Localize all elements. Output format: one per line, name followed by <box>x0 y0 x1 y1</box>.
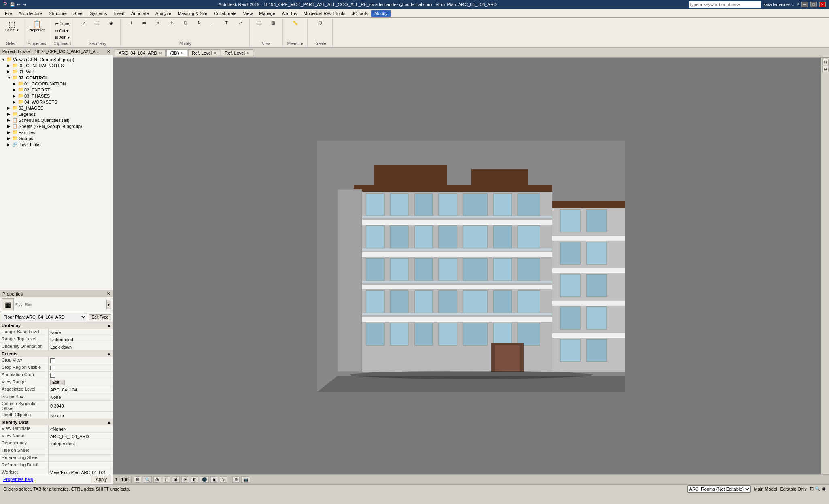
view-btn2[interactable]: ▥ <box>267 19 280 40</box>
tree-item-families[interactable]: ▶ 📁 Families <box>6 129 112 135</box>
tree-item-03phases[interactable]: ▶ 📁 03_PHASES <box>12 93 112 99</box>
tree-item-01wip[interactable]: ▶ 📁 01_WIP <box>6 68 112 74</box>
vc-section-box-btn[interactable]: ⊕ <box>232 476 240 483</box>
offset-btn[interactable]: ⇉ <box>138 19 151 40</box>
tab-close-3d[interactable]: ✕ <box>181 51 184 55</box>
menu-item-manage[interactable]: Manage <box>256 10 278 17</box>
create-btn[interactable]: ⬡ <box>314 19 327 40</box>
canvas-area[interactable]: ⊞ ⊟ <box>113 58 829 474</box>
menu-item-modelical[interactable]: Modelical Revit Tools <box>300 10 349 17</box>
measure-btn[interactable]: 📏 <box>289 19 302 40</box>
menu-item-insert[interactable]: Insert <box>110 10 128 17</box>
rotate-btn[interactable]: ↻ <box>193 19 206 40</box>
geometry-btn3[interactable]: ◉ <box>105 19 118 40</box>
tree-item-03images[interactable]: ▶ 📁 03_IMAGES <box>6 105 112 111</box>
crop-view-checkbox[interactable] <box>50 358 55 363</box>
tab-ref-level-2[interactable]: Ref. Level ✕ <box>221 49 253 56</box>
vc-crop-btn[interactable]: ▣ <box>210 476 218 483</box>
maximize-button[interactable]: □ <box>810 2 817 7</box>
tree-item-revitlinks[interactable]: ▶ 🔗 Revit Links <box>6 141 112 147</box>
join-button[interactable]: ⊞ Join ▾ <box>53 34 71 40</box>
select-button[interactable]: ⬚ Select ▾ <box>3 19 21 40</box>
menu-item-modify[interactable]: Modify <box>371 10 391 17</box>
copy-btn[interactable]: ⎘ <box>179 19 192 40</box>
properties-help-link[interactable]: Properties help <box>2 475 35 483</box>
menu-item-addins[interactable]: Add-Ins <box>278 10 300 17</box>
minimize-button[interactable]: — <box>801 2 808 7</box>
prop-value-view-range[interactable]: Edit... <box>49 379 113 386</box>
tab-arc04[interactable]: ARC_04_L04_ARD ✕ <box>115 49 166 56</box>
prop-value-annotation-crop[interactable] <box>49 372 113 379</box>
floor-plan-select[interactable]: Floor Plan: ARC_04_L04_ARD <box>2 313 87 321</box>
view-btn1[interactable]: ⬚ <box>253 19 266 40</box>
tree-item-02export[interactable]: ▶ 📁 02_EXPORT <box>12 87 112 93</box>
rt-collapse-btn[interactable]: ⊟ <box>822 66 829 72</box>
annotation-crop-checkbox[interactable] <box>50 373 55 378</box>
view-control-select[interactable]: ARC_Rooms (Not Editable) <box>687 485 751 493</box>
geometry-btn1[interactable]: ⊿ <box>77 19 90 40</box>
rt-expand-btn[interactable]: ⊞ <box>822 59 829 65</box>
prop-value-crop-view[interactable] <box>49 357 113 364</box>
menu-item-jotools[interactable]: JOTools <box>349 10 371 17</box>
qa-btn[interactable]: 💾 <box>9 2 15 7</box>
tree-item-04worksets[interactable]: ▶ 📁 04_WORKSETS <box>12 99 112 105</box>
tab-close-ref2[interactable]: ✕ <box>247 51 250 55</box>
view-range-edit-btn[interactable]: Edit... <box>50 380 65 385</box>
pb-close-btn[interactable]: ✕ <box>107 49 111 54</box>
move-btn[interactable]: ✛ <box>165 19 178 40</box>
tree-item-groups[interactable]: ▶ 📁 Groups <box>6 135 112 141</box>
prop-type-dropdown[interactable]: ▾ <box>106 300 111 309</box>
trim-btn[interactable]: ⌐ <box>206 19 219 40</box>
tab-close-arc04[interactable]: ✕ <box>159 51 162 55</box>
prop-value-crop-region[interactable] <box>49 364 113 371</box>
menu-item-annotate[interactable]: Annotate <box>128 10 152 17</box>
prop-close-btn[interactable]: ✕ <box>107 291 111 296</box>
cope-button[interactable]: ⌐ Cope <box>53 19 71 28</box>
vc-wireframe-btn[interactable]: ◎ <box>153 476 161 483</box>
apply-button[interactable]: Apply <box>91 476 111 483</box>
vc-shadow-btn[interactable]: 🌑 <box>200 476 209 483</box>
align-btn[interactable]: ⊣ <box>124 19 137 40</box>
menu-item-steel[interactable]: Steel <box>70 10 87 17</box>
vc-hidden-btn[interactable]: ⬚ <box>163 476 170 483</box>
tree-item-legends[interactable]: ▶ 📁 Legends <box>6 111 112 117</box>
prop-section-extents[interactable]: Extents ▲ <box>0 351 113 357</box>
scale-btn[interactable]: ⤢ <box>234 19 247 40</box>
menu-item-collaborate[interactable]: Collaborate <box>210 10 240 17</box>
split-btn[interactable]: ⊤ <box>220 19 233 40</box>
menu-item-systems[interactable]: Systems <box>87 10 110 17</box>
search-input[interactable] <box>689 1 761 8</box>
tree-item-views[interactable]: ▼ 📁 Views (GEN_Group-Subgroup) <box>1 56 112 62</box>
cut-button[interactable]: ✂ Cut ▾ <box>53 28 70 34</box>
tree-item-sheets[interactable]: ▶ 📋 Sheets (GEN_Group-Subgroup) <box>6 123 112 129</box>
geometry-btn2[interactable]: ⬚ <box>91 19 104 40</box>
menu-item-structure[interactable]: Structure <box>45 10 70 17</box>
tree-item-00general[interactable]: ▶ 📁 00_GENERAL NOTES <box>6 62 112 68</box>
properties-button[interactable]: 📋 Properties <box>27 19 47 40</box>
qa-btn[interactable]: ↪ <box>22 2 27 7</box>
tree-item-schedules[interactable]: ▶ 📋 Schedules/Quantities (all) <box>6 117 112 123</box>
edit-type-button[interactable]: Edit Type <box>89 314 111 320</box>
vc-grid-btn[interactable]: ⊞ <box>134 476 141 483</box>
vc-reveal-btn[interactable]: ▷ <box>220 476 227 483</box>
help-icon[interactable]: ? <box>797 2 799 7</box>
vc-shaded-btn[interactable]: ◉ <box>172 476 180 483</box>
mirror-btn[interactable]: ⇔ <box>151 19 164 40</box>
vc-render-btn[interactable]: ☀ <box>181 476 189 483</box>
vc-camera-btn[interactable]: 📷 <box>241 476 250 483</box>
close-button[interactable]: ✕ <box>819 2 826 7</box>
prop-section-identity[interactable]: Identity Data ▲ <box>0 419 113 425</box>
tab-close-ref1[interactable]: ✕ <box>213 51 217 55</box>
menu-item-analyze[interactable]: Analyze <box>152 10 174 17</box>
tree-item-02control[interactable]: ▼ 📁 02_CONTROL <box>6 74 112 81</box>
tab-ref-level-1[interactable]: Ref. Level ✕ <box>188 49 221 56</box>
qa-btn[interactable]: ↩ <box>16 2 21 7</box>
prop-section-underlay[interactable]: Underlay ▲ <box>0 322 113 329</box>
menu-item-file[interactable]: File <box>2 10 15 17</box>
menu-item-architecture[interactable]: Architecture <box>15 10 46 17</box>
menu-item-view[interactable]: View <box>240 10 256 17</box>
crop-region-checkbox[interactable] <box>50 366 55 370</box>
vc-zoom-btn[interactable]: 🔍 <box>143 476 152 483</box>
tab-3d[interactable]: (3D) ✕ <box>166 49 187 56</box>
vc-sun-btn[interactable]: ◐ <box>191 476 198 483</box>
